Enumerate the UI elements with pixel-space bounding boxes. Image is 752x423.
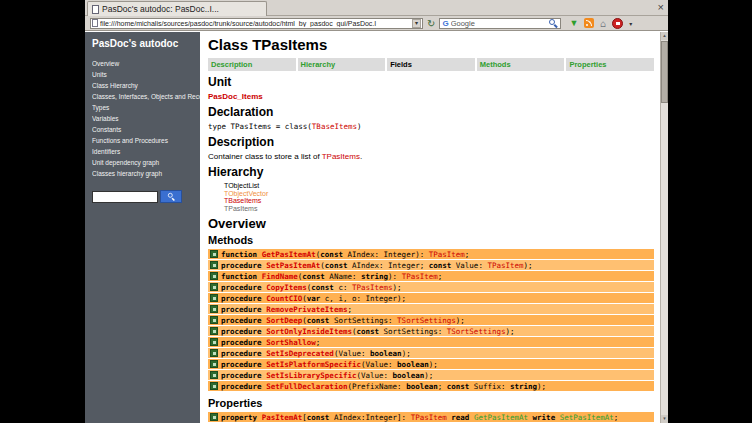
member-row: procedure SortShallow; [208, 337, 654, 347]
search-bar[interactable]: G Google [439, 18, 561, 29]
class-nav-tab-hierarchy[interactable]: Hierarchy [298, 58, 386, 71]
code-text: procedure [221, 294, 266, 303]
reload-icon[interactable]: ↻ [427, 18, 435, 29]
member-row: function GetPasItemAt(const AIndex: Inte… [208, 249, 654, 259]
code-text: ); [424, 371, 433, 380]
sidebar-search-button[interactable] [160, 190, 182, 203]
hierarchy-item[interactable]: TObjectVector [224, 190, 654, 198]
code-text: const [429, 261, 452, 270]
identifier: CountCIO [266, 294, 302, 303]
rss-icon[interactable] [584, 18, 594, 28]
search-icon [167, 193, 174, 200]
sidebar-nav: OverviewUnitsClass HierarchyClasses, Int… [92, 58, 200, 179]
sidebar-item[interactable]: Class Hierarchy [92, 80, 200, 91]
code-text: c: [334, 283, 352, 292]
code-text: const [320, 250, 343, 259]
url-text[interactable]: file:///home/michalis/sources/pasdoc/tru… [100, 20, 410, 27]
class-nav-tab-fields: Fields [387, 58, 475, 71]
url-bar[interactable]: file:///home/michalis/sources/pasdoc/tru… [90, 18, 423, 29]
code-text: type TPasItems = class( [208, 122, 312, 131]
adblock-icon[interactable] [612, 18, 623, 29]
hierarchy-item[interactable]: TBaseItems [224, 197, 654, 205]
type-link[interactable]: TSortSettings [447, 327, 506, 336]
identifier: GetPasItemAt [262, 250, 316, 259]
sidebar-item[interactable]: Identifiers [92, 146, 200, 157]
close-tab-icon[interactable]: × [658, 0, 664, 15]
code-text: procedure [221, 360, 266, 369]
sidebar-item[interactable]: Units [92, 69, 200, 80]
sidebar-title: PasDoc's autodoc [92, 38, 200, 49]
identifier: PasItemAt [262, 413, 303, 422]
scrollbar-thumb[interactable] [661, 41, 668, 103]
accessor-link[interactable]: SetPasItemAt [560, 413, 614, 422]
unit-link[interactable]: PasDoc_Items [208, 92, 263, 101]
member-declaration: procedure SetIsPlatformSpecific(Value: b… [221, 360, 438, 369]
type-link[interactable]: TPasItem [411, 413, 447, 422]
adblock-caret-icon[interactable]: ▾ [629, 20, 632, 27]
search-icon[interactable] [549, 19, 558, 28]
class-nav-tab-methods[interactable]: Methods [477, 58, 565, 71]
code-text: const [325, 261, 348, 270]
member-visibility-icon [210, 294, 218, 302]
member-declaration: procedure CountCIO(var c, i, o: Integer)… [221, 294, 406, 303]
identifier: SetIsLibrarySpecific [266, 371, 356, 380]
code-text: ; [438, 272, 443, 281]
scrollbar[interactable]: ▲ ▼ [660, 32, 668, 423]
page-icon [92, 5, 99, 14]
sidebar-search-input[interactable] [92, 191, 158, 203]
code-text: AIndex: Integer; [347, 261, 428, 270]
class-nav-table: DescriptionHierarchyFieldsMethodsPropert… [208, 58, 654, 71]
code-text: ); [456, 316, 465, 325]
sidebar-item[interactable]: Variables [92, 113, 200, 124]
main-content: Class TPasItems DescriptionHierarchyFiel… [200, 32, 660, 423]
download-icon[interactable]: ▼ [569, 18, 578, 28]
google-logo-icon: G [442, 19, 448, 28]
code-text: const [447, 382, 470, 391]
code-text: procedure [221, 327, 266, 336]
class-nav-tab-properties[interactable]: Properties [566, 58, 654, 71]
type-link[interactable]: TSortSettings [397, 316, 456, 325]
class-nav-tab-description[interactable]: Description [208, 58, 296, 71]
sidebar-item[interactable]: Unit dependency graph [92, 157, 200, 168]
code-text: AIndex: Integer): [343, 250, 429, 259]
code-text: ; [438, 382, 447, 391]
code-text: procedure [221, 338, 266, 347]
tab-title: PasDoc's autodoc: PasDoc..I... [102, 4, 219, 14]
browser-tab[interactable]: PasDoc's autodoc: PasDoc..I... [87, 1, 267, 16]
hierarchy-list: TObjectListTObjectVectorTBaseItemsTPasIt… [224, 182, 654, 212]
search-engine-label[interactable]: Google [451, 19, 548, 28]
type-link[interactable]: TBaseItems [312, 122, 357, 131]
url-dropdown-icon[interactable]: ▾ [412, 19, 421, 28]
identifier: RemovePrivateItems [266, 305, 347, 314]
type-link[interactable]: TPasItems [352, 283, 393, 292]
scroll-up-icon[interactable]: ▲ [661, 32, 668, 40]
scroll-down-icon[interactable]: ▼ [661, 415, 668, 423]
sidebar-item[interactable]: Types [92, 102, 200, 113]
sidebar-item[interactable]: Classes, Interfaces, Objects and Records [92, 91, 200, 102]
code-text: procedure [221, 382, 266, 391]
sidebar-item[interactable]: Constants [92, 124, 200, 135]
code-text: ); [524, 261, 533, 270]
home-icon[interactable]: ⌂ [600, 18, 606, 29]
description-text: Container class to store a list of TPasI… [208, 152, 654, 161]
sidebar-item[interactable]: Functions and Procedures [92, 135, 200, 146]
member-visibility-icon [210, 316, 218, 324]
type-link[interactable]: TPasItem [402, 272, 438, 281]
sidebar: PasDoc's autodoc OverviewUnitsClass Hier… [85, 32, 200, 423]
code-text: ); [393, 283, 402, 292]
type-link[interactable]: TPasItem [487, 261, 523, 270]
identifier: FindName [262, 272, 298, 281]
code-text: Suffix: [469, 382, 510, 391]
accessor-link[interactable]: GetPasItemAt [474, 413, 528, 422]
code-text: Value: [451, 261, 487, 270]
type-link[interactable]: TPasItem [429, 250, 465, 259]
code-text: ); [537, 382, 546, 391]
methods-table: function GetPasItemAt(const AIndex: Inte… [208, 249, 654, 391]
code-text: boolean [406, 382, 438, 391]
member-declaration: property PasItemAt[const AIndex:Integer]… [221, 413, 618, 422]
sidebar-item[interactable]: Overview [92, 58, 200, 69]
type-link[interactable]: TPasItems [322, 152, 360, 161]
code-text: ; [316, 338, 321, 347]
sidebar-item[interactable]: Classes hierarchy graph [92, 168, 200, 179]
code-text: procedure [221, 349, 266, 358]
